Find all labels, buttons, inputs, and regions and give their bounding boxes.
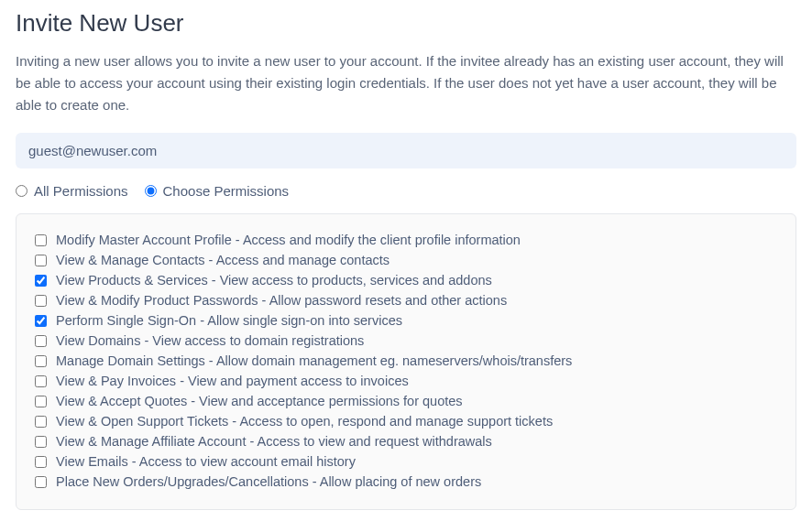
permission-item: Perform Single Sign-On - Allow single si… [35,311,777,331]
permission-checkbox[interactable] [35,335,47,347]
permission-item: View & Modify Product Passwords - Allow … [35,291,777,310]
permission-label[interactable]: View Products & Services - View access t… [56,271,492,290]
permission-label[interactable]: Place New Orders/Upgrades/Cancellations … [56,472,481,492]
permission-item: View & Pay Invoices - View and payment a… [35,372,777,391]
permission-label[interactable]: Modify Master Account Profile - Access a… [56,231,521,250]
all-permissions-option[interactable]: All Permissions [16,183,128,199]
choose-permissions-option[interactable]: Choose Permissions [145,183,290,199]
permissions-list: Modify Master Account Profile - Access a… [16,213,796,510]
permission-label[interactable]: View & Manage Affiliate Account - Access… [56,432,492,451]
permission-label[interactable]: View & Pay Invoices - View and payment a… [56,372,409,391]
permission-checkbox[interactable] [35,476,47,488]
permission-item: Manage Domain Settings - Allow domain ma… [35,352,777,371]
permission-checkbox[interactable] [35,436,47,448]
page-description: Inviting a new user allows you to invite… [16,50,796,116]
permission-checkbox[interactable] [35,234,47,246]
permission-checkbox[interactable] [35,456,47,468]
permission-checkbox[interactable] [35,396,47,407]
permission-checkbox[interactable] [35,255,47,266]
all-permissions-radio[interactable] [16,185,27,197]
permission-checkbox[interactable] [35,295,47,307]
permission-item: View Products & Services - View access t… [35,271,777,290]
permission-label[interactable]: Perform Single Sign-On - Allow single si… [56,311,402,331]
permission-item: Place New Orders/Upgrades/Cancellations … [35,472,777,492]
permission-item: View & Accept Quotes - View and acceptan… [35,392,777,411]
invite-email-input[interactable] [16,133,796,168]
permission-label[interactable]: View Domains - View access to domain reg… [56,331,364,351]
permission-item: View Emails - Access to view account ema… [35,452,777,472]
permission-label[interactable]: View & Accept Quotes - View and acceptan… [56,392,463,411]
permission-checkbox[interactable] [35,275,47,287]
permission-checkbox[interactable] [35,416,47,428]
page-title: Invite New User [16,9,796,38]
permission-label[interactable]: View & Manage Contacts - Access and mana… [56,251,390,270]
permission-label[interactable]: View & Modify Product Passwords - Allow … [56,291,507,310]
all-permissions-label: All Permissions [34,183,128,199]
permission-label[interactable]: Manage Domain Settings - Allow domain ma… [56,352,572,371]
permission-item: View & Open Support Tickets - Access to … [35,412,777,431]
choose-permissions-label: Choose Permissions [163,183,290,199]
permission-checkbox[interactable] [35,355,47,367]
permission-label[interactable]: View & Open Support Tickets - Access to … [56,412,553,431]
permission-mode-group: All Permissions Choose Permissions [16,183,796,199]
permission-item: Modify Master Account Profile - Access a… [35,231,777,250]
permission-item: View Domains - View access to domain reg… [35,331,777,351]
choose-permissions-radio[interactable] [145,185,157,197]
permission-label[interactable]: View Emails - Access to view account ema… [56,452,356,472]
permission-item: View & Manage Contacts - Access and mana… [35,251,777,270]
permission-checkbox[interactable] [35,375,47,387]
permission-checkbox[interactable] [35,315,47,327]
permission-item: View & Manage Affiliate Account - Access… [35,432,777,451]
